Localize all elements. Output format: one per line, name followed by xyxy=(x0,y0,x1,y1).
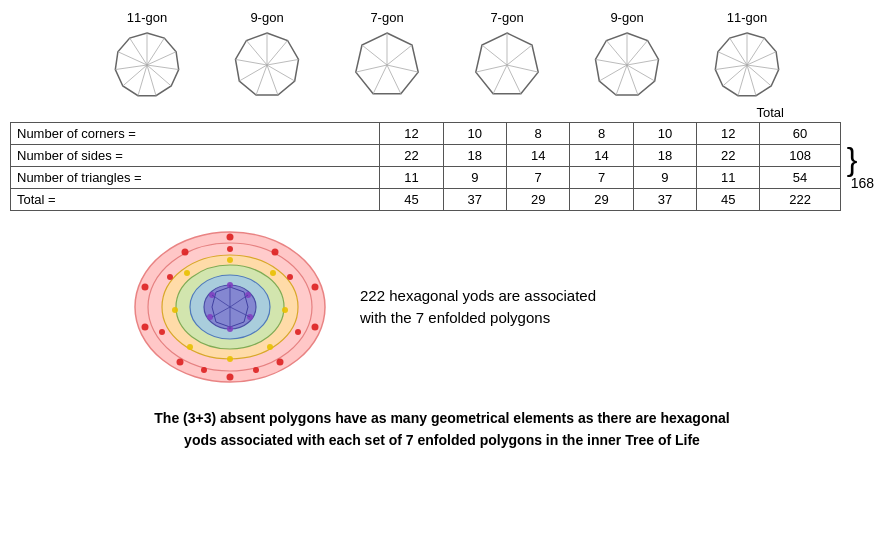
footer-line2: yods associated with each set of 7 enfol… xyxy=(10,429,874,451)
brace-label: } 168 xyxy=(847,143,874,191)
polygon-shape xyxy=(687,29,807,101)
svg-point-70 xyxy=(312,324,319,331)
svg-line-25 xyxy=(387,65,418,72)
polygon-shape xyxy=(207,29,327,101)
footer-line1: The (3+3) absent polygons have as many g… xyxy=(10,407,874,429)
svg-line-14 xyxy=(267,40,288,65)
table-cell: 11 xyxy=(380,167,443,189)
svg-line-44 xyxy=(616,65,627,95)
polygon-shape xyxy=(567,29,687,101)
svg-line-6 xyxy=(147,65,156,96)
svg-point-72 xyxy=(227,374,234,381)
svg-point-88 xyxy=(227,356,233,362)
table-cell: 14 xyxy=(570,145,633,167)
table-cell: 8 xyxy=(570,123,633,145)
svg-line-26 xyxy=(387,65,401,94)
polygon-section: 11-gon9-gon7-gon7-gon9-gon11-gon xyxy=(10,10,874,101)
svg-line-24 xyxy=(387,45,412,65)
table-row: Number of corners =121088101260 xyxy=(11,123,841,145)
polygon-label: 9-gon xyxy=(207,10,327,25)
svg-point-91 xyxy=(184,270,190,276)
svg-point-80 xyxy=(253,367,259,373)
table-cell: 108 xyxy=(760,145,840,167)
polygon-shape xyxy=(87,29,207,101)
svg-point-71 xyxy=(277,359,284,366)
svg-line-36 xyxy=(476,65,507,72)
svg-point-69 xyxy=(312,284,319,291)
table-cell: 37 xyxy=(443,189,506,211)
svg-line-27 xyxy=(373,65,387,94)
table-cell: 29 xyxy=(506,189,569,211)
table-row-label: Total = xyxy=(11,189,380,211)
svg-line-47 xyxy=(606,40,627,65)
svg-point-75 xyxy=(142,284,149,291)
svg-line-43 xyxy=(627,65,638,95)
table-cell: 29 xyxy=(570,189,633,211)
svg-line-18 xyxy=(256,65,267,95)
data-table: Number of corners =121088101260Number of… xyxy=(10,122,841,211)
svg-line-33 xyxy=(507,65,538,72)
svg-point-76 xyxy=(182,249,189,256)
polygon-label: 7-gon xyxy=(327,10,447,25)
table-cell: 11 xyxy=(697,167,760,189)
svg-line-32 xyxy=(507,45,532,65)
table-row: Number of sides =221814141822108 xyxy=(11,145,841,167)
polygon-shape xyxy=(327,29,447,101)
table-cell: 22 xyxy=(697,145,760,167)
svg-line-15 xyxy=(267,59,299,65)
svg-line-29 xyxy=(362,45,387,65)
table-cell: 12 xyxy=(697,123,760,145)
svg-point-82 xyxy=(159,329,165,335)
svg-line-41 xyxy=(627,59,659,65)
svg-line-34 xyxy=(507,65,521,94)
svg-point-74 xyxy=(142,324,149,331)
table-cell: 14 xyxy=(506,145,569,167)
table-cell: 7 xyxy=(570,167,633,189)
svg-line-42 xyxy=(627,65,655,81)
svg-point-79 xyxy=(295,329,301,335)
footer-text: The (3+3) absent polygons have as many g… xyxy=(10,407,874,452)
polygon-label: 9-gon xyxy=(567,10,687,25)
svg-line-28 xyxy=(356,65,387,72)
svg-point-86 xyxy=(282,307,288,313)
total-label: Total xyxy=(757,105,784,120)
table-row-label: Number of corners = xyxy=(11,123,380,145)
table-cell: 54 xyxy=(760,167,840,189)
svg-point-78 xyxy=(287,274,293,280)
table-cell: 10 xyxy=(633,123,696,145)
table-cell: 10 xyxy=(443,123,506,145)
svg-point-77 xyxy=(227,246,233,252)
table-cell: 18 xyxy=(633,145,696,167)
table-cell: 222 xyxy=(760,189,840,211)
svg-line-7 xyxy=(138,65,147,96)
svg-point-73 xyxy=(177,359,184,366)
table-cell: 45 xyxy=(697,189,760,211)
svg-line-19 xyxy=(239,65,267,81)
svg-line-46 xyxy=(595,59,627,65)
svg-point-81 xyxy=(201,367,207,373)
svg-point-87 xyxy=(267,344,273,350)
polygon-label: 11-gon xyxy=(87,10,207,25)
svg-point-90 xyxy=(172,307,178,313)
table-cell: 37 xyxy=(633,189,696,211)
table-cell: 9 xyxy=(633,167,696,189)
svg-line-54 xyxy=(747,65,756,96)
svg-point-67 xyxy=(227,234,234,241)
table-cell: 9 xyxy=(443,167,506,189)
diagram-svg xyxy=(130,227,330,387)
diagram-image xyxy=(130,227,330,387)
table-cell: 45 xyxy=(380,189,443,211)
polygon-labels-row: 11-gon9-gon7-gon7-gon9-gon11-gon xyxy=(77,10,807,25)
table-cell: 8 xyxy=(506,123,569,145)
polygon-label: 7-gon xyxy=(447,10,567,25)
svg-line-40 xyxy=(627,40,648,65)
table-row-label: Number of triangles = xyxy=(11,167,380,189)
table-cell: 7 xyxy=(506,167,569,189)
svg-point-83 xyxy=(167,274,173,280)
description-text: 222 hexagonal yods are associated with t… xyxy=(360,285,596,330)
table-row-label: Number of sides = xyxy=(11,145,380,167)
table-cell: 60 xyxy=(760,123,840,145)
svg-point-85 xyxy=(270,270,276,276)
table-cell: 18 xyxy=(443,145,506,167)
polygon-label: 11-gon xyxy=(687,10,807,25)
